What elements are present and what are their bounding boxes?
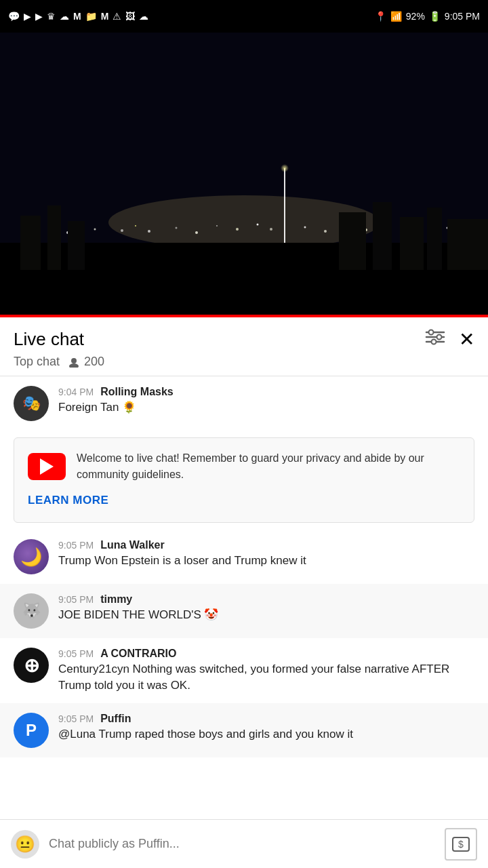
svg-point-15 (304, 226, 306, 229)
cloud-icon: ☁ (60, 11, 69, 22)
message-username-4: A CONTRARIO (100, 648, 176, 660)
svg-point-41 (69, 363, 79, 368)
cloud2-icon: ☁ (139, 11, 148, 22)
video-background (0, 33, 488, 317)
message-username-1: Rolling Masks (100, 386, 174, 398)
svg-rect-26 (47, 205, 61, 280)
chat-message-luna-walker: 🌙 9:05 PM Luna Walker Trump Won Epstein … (0, 530, 488, 584)
message-time-2: 9:05 PM (58, 540, 94, 551)
viewer-number: 200 (84, 355, 104, 369)
svg-point-6 (121, 229, 123, 232)
warning-icon: ⚠ (113, 11, 121, 22)
video-player[interactable] (0, 33, 488, 317)
youtube-logo (28, 453, 66, 480)
folder-icon: 📁 (85, 11, 97, 22)
time-display: 9:05 PM (445, 11, 480, 22)
svg-point-39 (432, 340, 436, 344)
person-icon (66, 357, 81, 368)
message-content-1: 9:04 PM Rolling Masks Foreign Tan 🌻 (58, 386, 474, 416)
message-text-3: JOE BIDEN THE WORLD'S 🤡 (58, 608, 218, 621)
avatar-luna-walker: 🌙 (14, 539, 49, 574)
filter-icon[interactable] (425, 329, 445, 350)
youtube2-icon: ▶ (35, 11, 43, 22)
close-icon[interactable]: ✕ (459, 328, 474, 351)
image-icon: 🖼 (125, 11, 135, 22)
message-text-1: Foreign Tan 🌻 (58, 401, 136, 414)
status-bar: 💬 ▶ ▶ ♛ ☁ M 📁 M ⚠ 🖼 ☁ 📍 📶 92% 🔋 9:05 PM (0, 0, 488, 33)
svg-rect-33 (0, 270, 488, 317)
wifi-icon: 📶 (390, 11, 402, 22)
chat-message-contrario: ⊕ 9:05 PM A CONTRARIO Century21cyn Nothi… (0, 638, 488, 703)
avatar-puffin: P (14, 713, 49, 748)
chat-message-timmy: 🐺 9:05 PM timmy JOE BIDEN THE WORLD'S 🤡 (0, 584, 488, 638)
cityscape-svg (0, 33, 488, 317)
m2-icon: M (101, 11, 109, 22)
message-time-3: 9:05 PM (58, 594, 94, 605)
message-username-5: Puffin (100, 713, 131, 725)
chat-message-puffin: P 9:05 PM Puffin @Luna Trump raped those… (0, 703, 488, 757)
message-time-1: 9:04 PM (58, 387, 94, 397)
message-username-3: timmy (100, 593, 132, 606)
svg-point-3 (281, 164, 289, 172)
location-icon: 📍 (375, 11, 386, 22)
svg-point-16 (324, 230, 327, 233)
message-content-4: 9:05 PM A CONTRARIO Century21cyn Nothing… (58, 648, 474, 694)
sms-icon: 💬 (8, 11, 20, 22)
message-content-5: 9:05 PM Puffin @Luna Trump raped those b… (58, 713, 474, 743)
youtube-icon: ▶ (24, 11, 31, 22)
avatar-timmy: 🐺 (14, 593, 49, 629)
message-time-4: 9:05 PM (58, 648, 94, 659)
svg-text:$: $ (458, 839, 464, 850)
chat-message-rolling-masks: 🎭 9:04 PM Rolling Masks Foreign Tan 🌻 (0, 376, 488, 431)
learn-more-button[interactable]: LEARN MORE (28, 491, 460, 510)
play-triangle-icon (40, 458, 54, 475)
youtube-notice-card: Welcome to live chat! Remember to guard … (14, 437, 474, 523)
svg-point-11 (216, 225, 218, 226)
emoji-button[interactable]: 😐 (11, 830, 39, 859)
avatar-rolling-masks: 🎭 (14, 386, 49, 421)
battery-icon: 🔋 (429, 11, 441, 22)
message-content-3: 9:05 PM timmy JOE BIDEN THE WORLD'S 🤡 (58, 593, 474, 623)
battery-text: 92% (406, 11, 425, 22)
svg-rect-29 (373, 202, 392, 277)
svg-point-37 (429, 330, 434, 335)
live-chat-header: Live chat ✕ Top chat (0, 317, 488, 376)
svg-point-8 (148, 230, 150, 233)
top-chat-label: Top chat (14, 355, 60, 369)
viewers-count: 200 (66, 355, 104, 369)
chat-messages-area: 🎭 9:04 PM Rolling Masks Foreign Tan 🌻 We… (0, 376, 488, 806)
avatar-contrario: ⊕ (14, 648, 49, 683)
svg-point-5 (94, 229, 96, 231)
svg-point-38 (437, 335, 442, 340)
m-icon: M (73, 11, 81, 22)
message-time-5: 9:05 PM (58, 713, 94, 724)
message-text-2: Trump Won Epstein is a loser and Trump k… (58, 554, 306, 567)
svg-point-9 (176, 227, 178, 229)
superchat-button[interactable]: $ (445, 828, 477, 861)
chat-input-bar: 😐 $ (0, 819, 488, 868)
header-icons: ✕ (425, 328, 474, 351)
svg-point-10 (195, 231, 198, 234)
status-bar-left: 💬 ▶ ▶ ♛ ☁ M 📁 M ⚠ 🖼 ☁ (8, 11, 148, 22)
message-text-5: @Luna Trump raped those boys and girls a… (58, 728, 353, 741)
crown-icon: ♛ (47, 11, 56, 22)
svg-point-14 (270, 228, 272, 231)
message-text-4: Century21cyn Nothing was switched, you f… (58, 663, 449, 692)
message-username-2: Luna Walker (100, 539, 165, 551)
status-bar-right: 📍 📶 92% 🔋 9:05 PM (375, 11, 480, 22)
live-chat-title: Live chat (14, 329, 84, 350)
message-content-2: 9:05 PM Luna Walker Trump Won Epstein is… (58, 539, 474, 569)
svg-point-13 (257, 224, 259, 226)
notice-text: Welcome to live chat! Remember to guard … (77, 450, 460, 483)
svg-point-40 (71, 358, 77, 363)
svg-point-7 (135, 225, 136, 226)
video-progress-bar[interactable] (0, 315, 488, 317)
chat-input-field[interactable] (49, 837, 435, 851)
svg-point-12 (236, 228, 239, 231)
